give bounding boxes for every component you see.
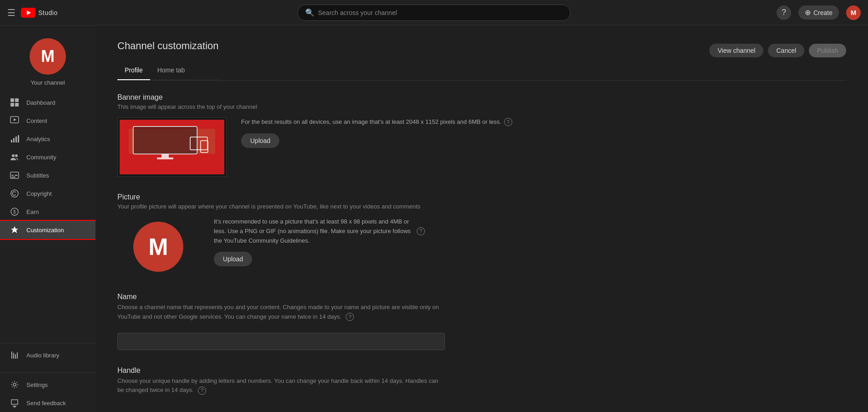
name-help-icon[interactable]: ? xyxy=(346,313,354,321)
sidebar-item-community[interactable]: Community xyxy=(0,148,96,166)
svg-rect-22 xyxy=(13,353,14,359)
search-icon: 🔍 xyxy=(305,8,314,17)
content-area: Channel customization Profile Home tab V… xyxy=(96,25,868,412)
svg-rect-21 xyxy=(11,351,12,359)
svg-rect-3 xyxy=(15,98,19,102)
page-title: Channel customization xyxy=(117,40,219,52)
tab-profile[interactable]: Profile xyxy=(117,61,150,80)
content-icon xyxy=(9,116,20,125)
svg-point-18 xyxy=(11,190,18,197)
earn-icon: $ xyxy=(9,207,20,216)
svg-rect-33 xyxy=(157,158,173,159)
svg-point-13 xyxy=(15,154,18,157)
sidebar-item-content[interactable]: Content xyxy=(0,112,96,130)
create-plus-icon: ⊕ xyxy=(805,8,811,17)
sidebar-item-settings[interactable]: Settings xyxy=(0,376,96,394)
svg-rect-8 xyxy=(11,140,12,142)
sidebar-earn-label: Earn xyxy=(26,209,39,215)
send-feedback-icon xyxy=(9,398,20,407)
svg-rect-29 xyxy=(133,127,197,154)
menu-icon[interactable]: ☰ xyxy=(7,7,15,18)
user-avatar-small[interactable]: M xyxy=(846,5,861,20)
handle-desc: Choose your unique handle by adding lett… xyxy=(117,376,445,396)
top-nav-left: ☰ Studio xyxy=(7,7,103,18)
banner-info-row: For the best results on all devices, use… xyxy=(241,117,512,127)
svg-rect-16 xyxy=(15,175,18,176)
analytics-icon xyxy=(9,134,20,143)
settings-icon xyxy=(9,380,20,389)
sidebar-item-send-feedback[interactable]: Send feedback xyxy=(0,394,96,412)
picture-area: M It's recommended to use a picture that… xyxy=(117,217,846,276)
youtube-logo-icon xyxy=(21,8,35,18)
sidebar-settings-label: Settings xyxy=(26,381,48,388)
name-title: Name xyxy=(117,293,846,301)
handle-section: Handle Choose your unique handle by addi… xyxy=(117,366,846,396)
picture-desc: Your profile picture will appear where y… xyxy=(117,203,846,210)
sidebar-subtitles-label: Subtitles xyxy=(26,172,49,179)
svg-marker-7 xyxy=(14,118,16,121)
sidebar-divider-1 xyxy=(0,343,96,343)
banner-title: Banner image xyxy=(117,93,846,102)
studio-label: Studio xyxy=(38,9,58,16)
svg-rect-32 xyxy=(161,154,169,158)
name-input[interactable] xyxy=(117,333,445,350)
picture-help-icon[interactable]: ? xyxy=(417,227,425,235)
picture-section: Picture Your profile picture will appear… xyxy=(117,193,846,276)
picture-upload-button[interactable]: Upload xyxy=(214,252,252,266)
create-button[interactable]: ⊕ Create xyxy=(798,5,839,20)
dashboard-icon xyxy=(9,98,20,107)
svg-rect-23 xyxy=(15,354,16,359)
sidebar-item-analytics[interactable]: Analytics xyxy=(0,130,96,148)
banner-upload-button[interactable]: Upload xyxy=(241,133,279,148)
sidebar-divider-2 xyxy=(0,372,96,373)
sidebar-channel: M Your channel xyxy=(0,29,96,93)
sidebar-content-label: Content xyxy=(26,117,47,124)
search-input-wrap[interactable]: 🔍 xyxy=(298,5,570,21)
sidebar-item-copyright[interactable]: Copyright xyxy=(0,184,96,203)
top-nav-right: ? ⊕ Create M xyxy=(765,5,861,20)
banner-section: Banner image This image will appear acro… xyxy=(117,93,846,177)
help-icon[interactable]: ? xyxy=(777,5,791,20)
sidebar-avatar[interactable]: M xyxy=(30,38,66,75)
page-actions: View channel Cancel Publish xyxy=(709,44,846,57)
sidebar: M Your channel Dashboard Content Analy xyxy=(0,25,96,412)
sidebar-nav: Dashboard Content Analytics Community xyxy=(0,93,96,340)
view-channel-button[interactable]: View channel xyxy=(709,44,763,57)
page-header-row: Channel customization Profile Home tab V… xyxy=(117,40,846,80)
cancel-button[interactable]: Cancel xyxy=(768,44,804,57)
sidebar-item-audio-library[interactable]: Audio library xyxy=(0,346,96,364)
sidebar-item-dashboard[interactable]: Dashboard xyxy=(0,93,96,112)
banner-svg xyxy=(120,120,224,174)
profile-avatar: M xyxy=(133,222,183,272)
sidebar-channel-label: Your channel xyxy=(30,79,65,86)
picture-info-text: It's recommended to use a picture that's… xyxy=(214,217,414,245)
svg-rect-5 xyxy=(15,103,19,107)
picture-info-row: It's recommended to use a picture that's… xyxy=(214,217,425,245)
sidebar-community-label: Community xyxy=(26,154,56,161)
copyright-icon xyxy=(9,189,20,198)
sidebar-item-customization[interactable]: Customization xyxy=(0,221,96,239)
svg-text:$: $ xyxy=(13,209,16,214)
svg-rect-11 xyxy=(18,135,19,142)
search-input[interactable] xyxy=(318,9,563,16)
tab-hometab[interactable]: Home tab xyxy=(150,61,192,80)
audio-library-icon xyxy=(9,351,20,360)
svg-rect-10 xyxy=(15,137,17,142)
banner-help-icon[interactable]: ? xyxy=(504,118,512,126)
sidebar-bottom: Audio library xyxy=(0,346,96,370)
sidebar-item-subtitles[interactable]: Subtitles xyxy=(0,166,96,184)
svg-rect-24 xyxy=(17,352,18,359)
name-desc: Choose a channel name that represents yo… xyxy=(117,303,445,322)
svg-rect-17 xyxy=(11,177,15,178)
svg-point-12 xyxy=(12,154,15,157)
sidebar-customization-label: Customization xyxy=(26,227,64,234)
svg-point-25 xyxy=(13,383,16,386)
community-icon xyxy=(9,153,20,162)
handle-help-icon[interactable]: ? xyxy=(198,387,206,395)
sidebar-item-earn[interactable]: $ Earn xyxy=(0,203,96,221)
svg-rect-9 xyxy=(13,138,15,142)
customization-icon xyxy=(9,225,20,234)
handle-title: Handle xyxy=(117,366,846,375)
banner-area: For the best results on all devices, use… xyxy=(117,117,846,177)
svg-rect-2 xyxy=(10,98,14,102)
